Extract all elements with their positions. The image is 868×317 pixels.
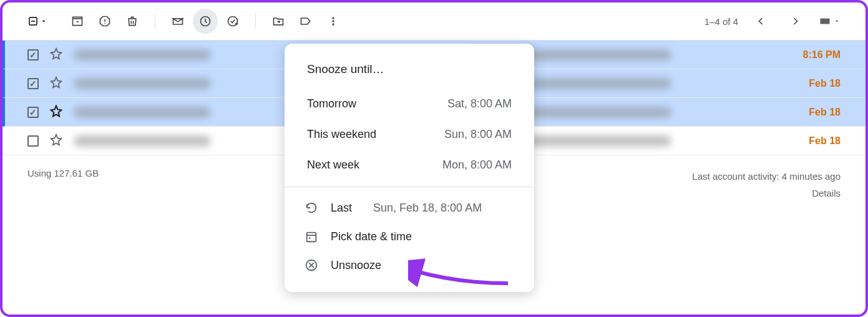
archive-button[interactable]: [65, 9, 90, 34]
svg-rect-1: [31, 21, 35, 22]
details-link[interactable]: Details: [692, 185, 841, 202]
row-time: Feb 18: [809, 107, 841, 118]
refresh-icon: [305, 201, 318, 215]
snooze-unsnooze[interactable]: Unsnooze: [285, 251, 534, 280]
activity-text: Last account activity: 4 minutes ago: [692, 168, 841, 185]
snooze-next-week[interactable]: Next week Mon, 8:00 AM: [285, 150, 534, 180]
delete-button[interactable]: [120, 9, 145, 34]
calendar-icon: [305, 230, 318, 243]
row-checkbox[interactable]: [27, 78, 39, 89]
row-time: 8:16 PM: [803, 49, 841, 61]
star-icon[interactable]: [50, 47, 62, 62]
svg-point-11: [332, 23, 334, 25]
dots-vertical-icon: [327, 15, 339, 27]
snooze-weekend[interactable]: This weekend Sun, 8:00 AM: [285, 119, 534, 150]
prev-page-button[interactable]: [748, 9, 773, 34]
keyboard-icon: [818, 16, 832, 27]
row-checkbox[interactable]: [27, 107, 39, 118]
move-button[interactable]: [266, 9, 291, 34]
next-page-button[interactable]: [783, 9, 808, 34]
svg-rect-12: [821, 19, 830, 24]
snooze-popup: Snooze until… Tomorrow Sat, 8:00 AM This…: [285, 44, 534, 292]
svg-point-6: [228, 17, 238, 26]
svg-point-4: [104, 23, 105, 24]
divider: [255, 14, 256, 29]
spam-button[interactable]: [92, 9, 117, 34]
svg-point-9: [332, 17, 334, 19]
chevron-down-icon: [833, 17, 841, 25]
clock-icon: [199, 15, 212, 27]
input-tools-button[interactable]: [818, 16, 841, 27]
svg-point-10: [332, 20, 334, 22]
divider: [155, 14, 155, 29]
row-checkbox[interactable]: [27, 49, 39, 61]
snooze-title: Snooze until…: [285, 56, 534, 89]
row-time: Feb 18: [809, 78, 841, 89]
pagination: 1–4 of 4: [705, 9, 841, 34]
select-checkbox[interactable]: [27, 16, 47, 27]
mark-unread-button[interactable]: [165, 9, 190, 34]
toolbar: 1–4 of 4: [2, 2, 866, 40]
sender-redacted: [74, 78, 211, 89]
star-icon[interactable]: [50, 76, 62, 91]
chevron-down-icon: [40, 17, 47, 25]
svg-rect-13: [307, 233, 316, 242]
svg-point-15: [309, 237, 311, 239]
snooze-last[interactable]: Last Sun, Feb 18, 8:00 AM: [285, 193, 534, 222]
add-task-button[interactable]: [220, 9, 245, 34]
more-button[interactable]: [321, 9, 346, 34]
snooze-tomorrow[interactable]: Tomorrow Sat, 8:00 AM: [285, 89, 534, 119]
cancel-icon: [305, 258, 318, 272]
chevron-right-icon: [789, 15, 802, 27]
storage-text: Using 127.61 GB: [27, 168, 99, 202]
pagination-range: 1–4 of 4: [705, 16, 738, 27]
star-icon[interactable]: [50, 134, 62, 149]
sender-redacted: [74, 107, 211, 118]
star-icon[interactable]: [50, 105, 62, 120]
snooze-pick-date[interactable]: Pick date & time: [285, 222, 534, 251]
sender-redacted: [74, 135, 211, 147]
snooze-button[interactable]: [193, 9, 218, 34]
sender-redacted: [74, 49, 211, 61]
divider: [285, 187, 534, 187]
chevron-left-icon: [754, 15, 767, 27]
label-button[interactable]: [293, 9, 318, 34]
row-time: Feb 18: [809, 135, 841, 147]
row-checkbox[interactable]: [27, 135, 39, 147]
